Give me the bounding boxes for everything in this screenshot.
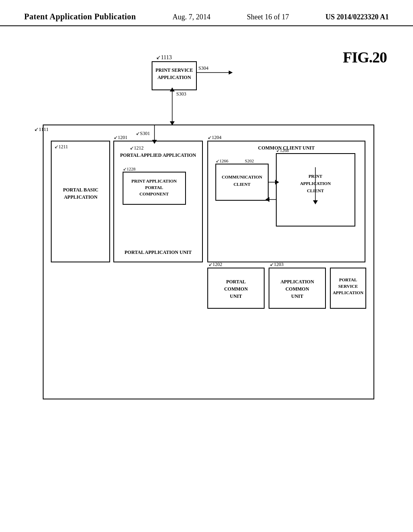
svg-text:COMPONENT: COMPONENT: [140, 191, 169, 196]
portal-app-unit-label: PORTAL APPLICATION UNIT: [125, 249, 192, 255]
svg-text:PORTAL: PORTAL: [145, 185, 163, 190]
svg-text:APPLICATION: APPLICATION: [333, 290, 363, 295]
ref-s202: S202: [245, 158, 254, 163]
main-content: FIG.20 ↙1113 PRINT SERVICE APPLICATION S…: [0, 26, 413, 532]
svg-text:PORTAL BASIC: PORTAL BASIC: [63, 187, 98, 193]
svg-text:UNIT: UNIT: [230, 293, 242, 299]
svg-text:APPLICATION: APPLICATION: [157, 75, 191, 80]
ref-1203: ↙1203: [270, 262, 284, 267]
svg-text:PRINT SERVICE: PRINT SERVICE: [155, 67, 193, 73]
svg-marker-3: [229, 71, 233, 75]
ref-1201: ↙1201: [114, 135, 127, 140]
svg-text:UNIT: UNIT: [291, 293, 303, 299]
publication-title: Patent Application Publication: [24, 12, 136, 21]
portal-basic-box: [51, 141, 110, 262]
svg-text:PRINT APPLICATION: PRINT APPLICATION: [131, 179, 177, 183]
ref-1211: ↙1211: [54, 144, 68, 150]
ref-1228: ↙1228: [123, 166, 136, 171]
patent-diagram: ↙1113 PRINT SERVICE APPLICATION S304 S30…: [31, 42, 382, 515]
svg-text:APPLICATION: APPLICATION: [280, 279, 314, 285]
ref-1204: ↙1204: [208, 135, 221, 140]
sheet-info: Sheet 16 of 17: [247, 13, 289, 21]
svg-text:PORTAL APPLIED APPLICATION: PORTAL APPLIED APPLICATION: [120, 152, 196, 158]
ref-1268: ↙1268: [276, 148, 289, 153]
s301-label: ↙S301: [136, 131, 150, 136]
svg-text:PORTAL: PORTAL: [226, 279, 246, 285]
svg-text:CLIENT: CLIENT: [307, 188, 324, 193]
s304-label: S304: [198, 65, 209, 71]
svg-text:COMMUNICATION: COMMUNICATION: [222, 175, 263, 179]
ref-1266: ↙1266: [216, 158, 229, 163]
ref-1113: ↙1113: [156, 54, 172, 60]
svg-text:COMMON: COMMON: [286, 286, 309, 292]
svg-text:SERVICE: SERVICE: [338, 284, 358, 289]
svg-text:COMMON: COMMON: [224, 286, 248, 292]
diagram-svg: ↙1113 PRINT SERVICE APPLICATION S304 S30…: [31, 42, 382, 514]
s303-label: S303: [176, 91, 186, 97]
svg-text:APPLICATION: APPLICATION: [64, 194, 97, 200]
ref-1212: ↙1212: [130, 145, 144, 151]
svg-text:CLIENT: CLIENT: [234, 182, 251, 187]
page-header: Patent Application Publication Aug. 7, 2…: [0, 0, 413, 26]
svg-text:PORTAL: PORTAL: [339, 277, 357, 282]
ref-1202: ↙1202: [209, 262, 222, 267]
svg-text:PRINT: PRINT: [309, 174, 323, 179]
patent-number: US 2014/0223320 A1: [325, 13, 389, 21]
ref-1111: ↙1111: [34, 126, 49, 132]
publication-date: Aug. 7, 2014: [173, 13, 211, 21]
svg-text:APPLICATION: APPLICATION: [300, 181, 331, 186]
